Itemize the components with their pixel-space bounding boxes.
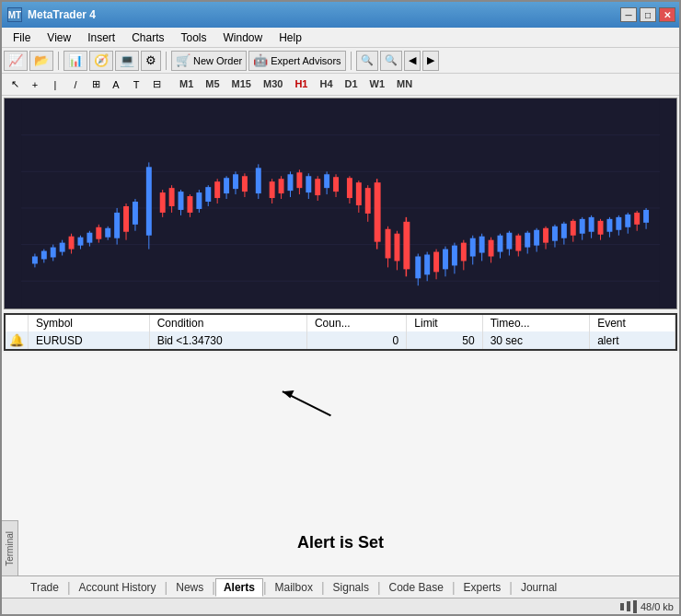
market-watch-button[interactable]: 📊 xyxy=(63,51,87,71)
menu-insert[interactable]: Insert xyxy=(80,29,122,46)
app-icon: MT xyxy=(7,7,22,22)
maximize-button[interactable]: □ xyxy=(640,7,656,22)
tf-m30[interactable]: M30 xyxy=(258,76,288,93)
memory-status: 48/0 kb xyxy=(641,601,674,612)
zoom-out-button[interactable]: 🔍 xyxy=(380,51,402,71)
svg-rect-25 xyxy=(114,213,120,238)
tf-mn[interactable]: MN xyxy=(391,76,418,93)
svg-rect-7 xyxy=(32,256,38,263)
chart-area[interactable] xyxy=(4,98,677,309)
svg-rect-111 xyxy=(534,230,539,246)
svg-rect-37 xyxy=(179,192,184,210)
tab-experts[interactable]: Experts xyxy=(456,578,510,596)
main-toolbar: 📈 📂 📊 🧭 💻 ⚙ 🛒 New Order 🤖 Expert Advisor… xyxy=(2,48,679,74)
cell-limit: 50 xyxy=(407,331,482,349)
col-condition: Condition xyxy=(149,315,306,331)
title-bar: MT MetaTrader 4 ─ □ ✕ xyxy=(2,2,679,28)
svg-rect-69 xyxy=(333,177,339,192)
svg-rect-65 xyxy=(315,179,320,195)
tf-m15[interactable]: M15 xyxy=(226,76,257,93)
menu-view[interactable]: View xyxy=(40,29,78,46)
title-bar-buttons: ─ □ ✕ xyxy=(620,7,675,22)
annotation-area: Alert is Set xyxy=(2,353,679,575)
line-button[interactable]: | xyxy=(46,76,64,93)
tab-trade[interactable]: Trade xyxy=(22,578,67,596)
tab-signals[interactable]: Signals xyxy=(325,578,377,596)
svg-rect-89 xyxy=(433,252,439,273)
terminal-tabs: Trade | Account History | News | Alerts … xyxy=(2,575,679,598)
expert-advisors-button[interactable]: 🤖 Expert Advisors xyxy=(248,51,345,71)
cell-condition: Bid <1.34730 xyxy=(149,331,306,349)
table-row[interactable]: 🔔 EURUSD Bid <1.34730 0 50 30 sec alert xyxy=(6,331,675,349)
svg-rect-51 xyxy=(242,176,248,192)
open-button[interactable]: 📂 xyxy=(29,51,53,71)
chart-scroll-right-button[interactable]: ▶ xyxy=(422,51,439,71)
zoom-in-button[interactable]: 🔍 xyxy=(356,51,378,71)
svg-rect-33 xyxy=(160,192,166,213)
cell-event: alert xyxy=(590,331,675,349)
svg-rect-87 xyxy=(424,255,430,275)
svg-rect-91 xyxy=(443,250,448,270)
tab-account-history[interactable]: Account History xyxy=(71,578,165,596)
svg-rect-83 xyxy=(403,222,410,270)
text-button2[interactable]: T xyxy=(127,76,145,93)
tab-mailbox[interactable]: Mailbox xyxy=(267,578,321,596)
tf-h4[interactable]: H4 xyxy=(314,76,338,93)
svg-rect-123 xyxy=(589,217,594,232)
svg-rect-13 xyxy=(60,243,65,252)
new-chart-button[interactable]: 📈 xyxy=(4,51,28,71)
menu-help[interactable]: Help xyxy=(271,29,309,46)
terminal-button[interactable]: 💻 xyxy=(115,51,139,71)
tab-alerts[interactable]: Alerts xyxy=(215,578,263,597)
close-button[interactable]: ✕ xyxy=(659,7,675,22)
navigator-button[interactable]: 🧭 xyxy=(89,51,113,71)
svg-rect-129 xyxy=(616,217,621,230)
menu-tools[interactable]: Tools xyxy=(174,29,214,46)
alert-is-set-label: Alert is Set xyxy=(297,533,384,552)
strategy-tester-button[interactable]: ⚙ xyxy=(141,51,161,71)
svg-rect-59 xyxy=(288,174,294,191)
minimize-button[interactable]: ─ xyxy=(620,7,637,22)
toolbar-separator-2 xyxy=(166,52,167,70)
svg-rect-43 xyxy=(205,187,211,202)
tab-journal[interactable]: Journal xyxy=(513,578,565,596)
svg-rect-55 xyxy=(270,181,275,198)
crosshair-button[interactable]: + xyxy=(26,76,44,93)
period-sep-button[interactable]: ⊟ xyxy=(147,76,166,93)
draw-tool-button[interactable]: ⊞ xyxy=(87,76,105,93)
svg-rect-85 xyxy=(415,256,421,278)
svg-rect-99 xyxy=(479,237,485,253)
menu-window[interactable]: Window xyxy=(216,29,271,46)
svg-rect-131 xyxy=(625,215,630,227)
svg-rect-73 xyxy=(356,182,362,205)
svg-rect-17 xyxy=(78,238,84,246)
tf-m1[interactable]: M1 xyxy=(174,76,199,93)
diagonal-line-button[interactable]: / xyxy=(66,76,85,93)
svg-rect-77 xyxy=(375,182,381,241)
terminal-side: Terminal xyxy=(2,520,18,575)
arrow-cursor-button[interactable]: ↖ xyxy=(6,76,24,93)
tab-news[interactable]: News xyxy=(167,578,212,596)
tf-w1[interactable]: W1 xyxy=(364,76,391,93)
tf-h1[interactable]: H1 xyxy=(289,76,313,93)
tf-m5[interactable]: M5 xyxy=(200,76,225,93)
svg-rect-121 xyxy=(580,219,585,234)
bar-icon-1 xyxy=(620,603,624,610)
svg-rect-49 xyxy=(233,174,238,189)
svg-rect-79 xyxy=(386,229,391,259)
svg-rect-125 xyxy=(598,221,604,235)
tab-code-base[interactable]: Code Base xyxy=(381,578,452,596)
expert-advisors-label: Expert Advisors xyxy=(271,55,340,66)
chart-scroll-left-button[interactable]: ◀ xyxy=(404,51,421,71)
alerts-panel: Symbol Condition Coun... Limit Timeo... … xyxy=(4,313,677,351)
svg-rect-29 xyxy=(133,202,138,225)
timeframe-bar: ↖ + | / ⊞ A T ⊟ M1 M5 M15 M30 H1 H4 D1 W… xyxy=(2,74,679,96)
tf-d1[interactable]: D1 xyxy=(340,76,364,93)
menu-file[interactable]: File xyxy=(6,29,38,46)
text-tool-button[interactable]: A xyxy=(107,76,125,93)
main-window: MT MetaTrader 4 ─ □ ✕ File View Insert C… xyxy=(0,0,681,616)
svg-rect-115 xyxy=(552,227,558,241)
new-order-button[interactable]: 🛒 New Order xyxy=(171,51,247,71)
menu-charts[interactable]: Charts xyxy=(124,29,171,46)
col-count: Coun... xyxy=(306,315,406,331)
